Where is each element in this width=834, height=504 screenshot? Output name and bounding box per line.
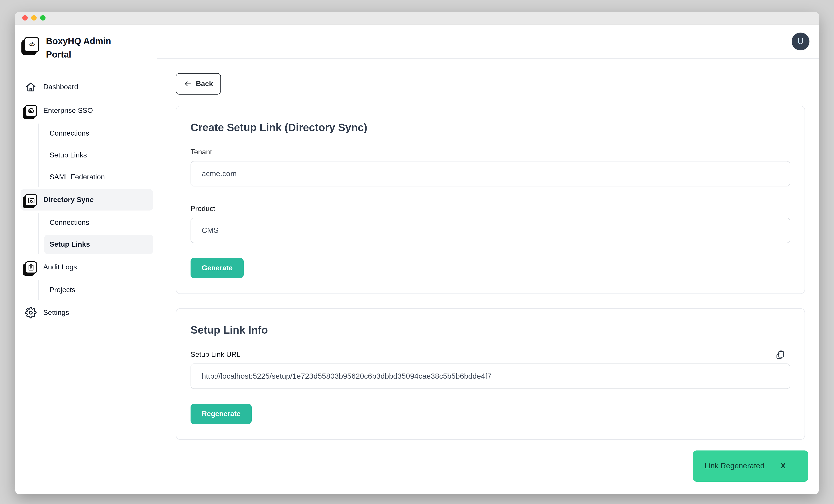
user-avatar[interactable]: U [792, 32, 809, 50]
sidebar-item-enterprise-sso[interactable]: Enterprise SSO [21, 100, 153, 121]
main-area: U Back Create Setup Link (Directory Sync… [157, 25, 819, 494]
tenant-input[interactable] [191, 161, 790, 186]
toast-message: Link Regenerated [705, 462, 764, 471]
home-icon [24, 80, 38, 94]
sidebar-item-audit-logs[interactable]: Audit Logs [21, 256, 153, 278]
sidebar-nav: Dashboard Enterpri [21, 76, 153, 323]
toast-close-button[interactable]: X [781, 462, 786, 471]
brand-logo[interactable]: </> BoxyHQ Admin Portal [24, 35, 153, 61]
code-icon: </> [24, 37, 39, 52]
generate-button[interactable]: Generate [191, 258, 244, 278]
maximize-window-button[interactable] [40, 15, 45, 21]
app-window: </> BoxyHQ Admin Portal Dashboard [15, 12, 819, 494]
copy-url-button[interactable] [775, 350, 785, 359]
tenant-field-group: Tenant [191, 147, 790, 186]
sidebar-item-label: Enterprise SSO [43, 107, 93, 115]
sidebar-subitem-sso-connections[interactable]: Connections [44, 123, 153, 143]
sso-cloud-key-icon [24, 104, 38, 117]
window-titlebar [15, 12, 819, 25]
setup-link-url-row: Setup Link URL [191, 349, 790, 360]
sidebar-item-label: Directory Sync [43, 196, 94, 204]
product-field-group: Product [191, 203, 790, 243]
audit-logs-subnav: Projects [38, 280, 153, 300]
gear-icon [24, 306, 38, 319]
sidebar-item-label: Dashboard [43, 83, 78, 91]
top-header: U [157, 25, 819, 59]
setup-link-url-label: Setup Link URL [191, 349, 241, 360]
product-label: Product [191, 203, 790, 214]
sidebar: </> BoxyHQ Admin Portal Dashboard [15, 25, 157, 494]
minimize-window-button[interactable] [31, 15, 37, 21]
sidebar-item-label: Settings [43, 308, 69, 317]
sidebar-subitem-saml-federation[interactable]: SAML Federation [44, 167, 153, 187]
back-button-label: Back [196, 80, 213, 88]
directory-sync-subnav: Connections Setup Links [38, 213, 153, 254]
sidebar-item-label: Audit Logs [43, 263, 77, 271]
regenerate-button[interactable]: Regenerate [191, 404, 252, 424]
setup-link-url-input[interactable] [191, 364, 790, 389]
product-input[interactable] [191, 217, 790, 243]
back-button[interactable]: Back [176, 73, 221, 95]
sidebar-subitem-sso-setup-links[interactable]: Setup Links [44, 145, 153, 165]
page-content: Back Create Setup Link (Directory Sync) … [157, 59, 819, 440]
sidebar-item-settings[interactable]: Settings [21, 302, 153, 323]
copy-icon [775, 350, 785, 359]
app-body: </> BoxyHQ Admin Portal Dashboard [15, 25, 819, 494]
audit-clipboard-icon [24, 260, 38, 274]
card-title: Setup Link Info [191, 323, 790, 337]
create-setup-link-card: Create Setup Link (Directory Sync) Tenan… [176, 106, 805, 294]
sidebar-subitem-projects[interactable]: Projects [44, 280, 153, 300]
sidebar-item-directory-sync[interactable]: Directory Sync [21, 189, 153, 210]
arrow-left-icon [184, 80, 192, 88]
tenant-label: Tenant [191, 147, 790, 157]
brand-title: BoxyHQ Admin Portal [46, 35, 115, 61]
close-window-button[interactable] [22, 15, 28, 21]
sidebar-item-dashboard[interactable]: Dashboard [21, 76, 153, 98]
sidebar-subitem-dsync-setup-links[interactable]: Setup Links [44, 235, 153, 254]
enterprise-sso-subnav: Connections Setup Links SAML Federation [38, 123, 153, 187]
sidebar-subitem-dsync-connections[interactable]: Connections [44, 213, 153, 232]
setup-link-info-card: Setup Link Info Setup Link URL [176, 308, 805, 440]
card-title: Create Setup Link (Directory Sync) [191, 121, 790, 134]
success-toast: Link Regenerated X [693, 451, 808, 482]
directory-folder-icon [24, 193, 38, 207]
